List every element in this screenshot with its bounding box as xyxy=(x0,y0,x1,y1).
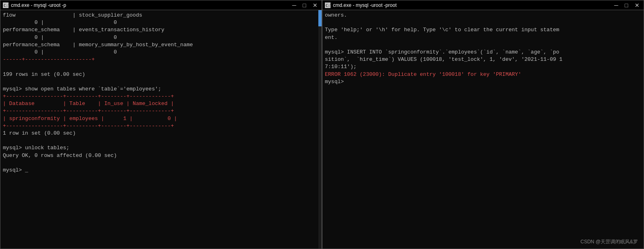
left-window-title: cmd.exe - mysql -uroot -p xyxy=(11,2,66,8)
right-terminal-content[interactable]: owners. Type 'help;' or '\h' for help. T… xyxy=(322,10,644,249)
left-scrollbar-thumb xyxy=(318,10,322,26)
svg-text:C:\: C:\ xyxy=(4,4,9,8)
left-terminal-text: flow | stock_supplier_goods 0 | 0 perfor… xyxy=(3,12,319,174)
left-close-btn[interactable]: ✕ xyxy=(311,2,319,8)
left-maximize-btn[interactable]: □ xyxy=(301,2,308,8)
cmd-icon-right: C:\ xyxy=(325,2,331,8)
left-terminal-window: C:\ cmd.exe - mysql -uroot -p ─ □ ✕ flow… xyxy=(0,0,322,249)
right-title-bar: C:\ cmd.exe - mysql -uroot -proot ─ □ ✕ xyxy=(322,0,644,10)
right-close-btn[interactable]: ✕ xyxy=(633,2,641,8)
left-minimize-btn[interactable]: ─ xyxy=(291,2,298,8)
left-terminal-content[interactable]: flow | stock_supplier_goods 0 | 0 perfor… xyxy=(0,10,322,249)
left-title-bar: C:\ cmd.exe - mysql -uroot -p ─ □ ✕ xyxy=(0,0,322,10)
right-maximize-btn[interactable]: □ xyxy=(623,2,630,8)
left-title-bar-left: C:\ cmd.exe - mysql -uroot -p xyxy=(3,2,66,8)
left-scrollbar[interactable] xyxy=(318,10,322,249)
right-minimize-btn[interactable]: ─ xyxy=(613,2,620,8)
svg-text:C:\: C:\ xyxy=(326,4,331,8)
right-title-controls: ─ □ ✕ xyxy=(613,2,641,8)
right-terminal-window: C:\ cmd.exe - mysql -uroot -proot ─ □ ✕ … xyxy=(322,0,644,249)
left-title-controls: ─ □ ✕ xyxy=(291,2,319,8)
right-window-title: cmd.exe - mysql -uroot -proot xyxy=(333,2,397,8)
cmd-icon-left: C:\ xyxy=(3,2,9,8)
watermark: CSDN @天罡调闭眠风&罗 xyxy=(580,238,638,245)
right-terminal-text: owners. Type 'help;' or '\h' for help. T… xyxy=(325,12,641,86)
right-title-bar-left: C:\ cmd.exe - mysql -uroot -proot xyxy=(325,2,397,8)
windows-container: C:\ cmd.exe - mysql -uroot -p ─ □ ✕ flow… xyxy=(0,0,644,249)
